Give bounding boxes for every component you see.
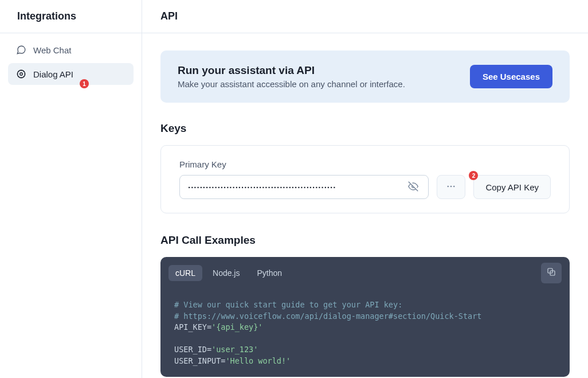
- copy-key-wrap: 2 Copy API Key: [473, 175, 551, 199]
- more-options-button[interactable]: [437, 175, 465, 199]
- chat-icon: [16, 45, 26, 55]
- primary-key-label: Primary Key: [179, 159, 551, 169]
- dots-icon: [446, 181, 456, 193]
- copy-api-key-button[interactable]: Copy API Key: [473, 175, 551, 199]
- code-var: USER_ID: [174, 345, 207, 354]
- see-usecases-button[interactable]: See Usecases: [470, 65, 552, 88]
- code-op: =: [207, 345, 211, 354]
- callout-heading: Run your assistant via API: [178, 64, 405, 77]
- code-body: # View our quick start guide to get your…: [160, 289, 570, 377]
- sidebar-item-dialog-api[interactable]: Dialog API 1: [8, 63, 134, 85]
- sidebar-title: Integrations: [17, 10, 124, 22]
- callout-text: Run your assistant via API Make your ass…: [178, 64, 405, 89]
- code-op: =: [207, 322, 211, 332]
- svg-point-3: [450, 185, 452, 186]
- code-comment: # View our quick start guide to get your…: [174, 300, 402, 309]
- keys-card: Primary Key 2 Copy: [160, 145, 570, 213]
- copy-icon: [547, 267, 556, 279]
- eye-off-icon: [408, 181, 418, 193]
- key-row: 2 Copy API Key: [179, 175, 551, 199]
- code-comment: # https://www.voiceflow.com/api/dialog-m…: [174, 311, 481, 321]
- keys-heading: Keys: [160, 122, 570, 135]
- svg-point-2: [448, 185, 449, 186]
- api-key-input[interactable]: [188, 182, 406, 192]
- code-string: '{api_key}': [211, 322, 262, 332]
- content: Run your assistant via API Make your ass…: [142, 33, 588, 378]
- main-header: API: [142, 0, 588, 33]
- sidebar-header: Integrations: [0, 0, 142, 33]
- code-tabs: cURL Node.js Python: [160, 257, 570, 289]
- examples-heading: API Call Examples: [160, 234, 570, 247]
- tab-curl[interactable]: cURL: [168, 265, 202, 281]
- tab-python[interactable]: Python: [250, 265, 289, 281]
- sidebar-item-badge: 1: [80, 79, 89, 88]
- copy-code-button[interactable]: [541, 263, 562, 283]
- main-panel: API Run your assistant via API Make your…: [142, 0, 588, 378]
- callout-subtext: Make your assistant accessible on any ch…: [178, 79, 405, 89]
- code-var: USER_INPUT: [174, 356, 221, 365]
- code-string: 'Hello world!': [225, 356, 291, 365]
- reveal-key-button[interactable]: [406, 180, 420, 194]
- code-string: 'user_123': [211, 345, 258, 354]
- api-icon: [16, 69, 26, 79]
- sidebar-item-label: Web Chat: [33, 45, 71, 55]
- tab-nodejs[interactable]: Node.js: [206, 265, 246, 281]
- svg-point-4: [453, 185, 454, 186]
- sidebar-items: Web Chat Dialog API 1: [0, 33, 142, 93]
- sidebar-item-web-chat[interactable]: Web Chat: [8, 39, 134, 61]
- code-block: cURL Node.js Python # View our quick sta…: [160, 257, 570, 377]
- svg-point-1: [20, 73, 23, 76]
- api-key-input-wrap: [179, 175, 429, 199]
- sidebar-item-label: Dialog API: [33, 69, 73, 79]
- code-var: API_KEY: [174, 322, 207, 332]
- callout-banner: Run your assistant via API Make your ass…: [160, 50, 570, 103]
- page-title: API: [160, 10, 570, 22]
- sidebar: Integrations Web Chat Dialog API 1: [0, 0, 142, 378]
